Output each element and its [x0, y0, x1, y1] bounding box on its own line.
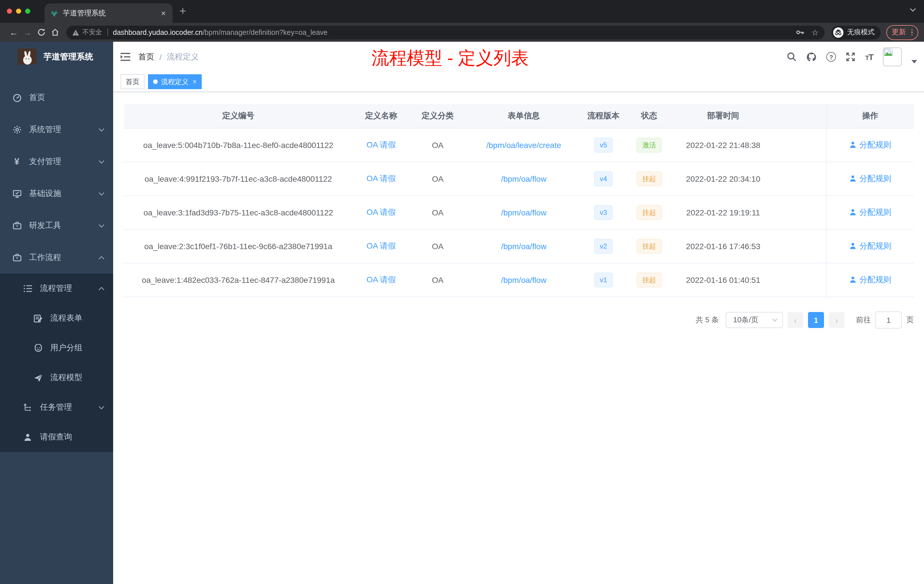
tab-search-chevron-icon[interactable]	[910, 8, 916, 12]
sidebar-item-dev-tools[interactable]: 研发工具	[0, 210, 113, 242]
definition-name-link[interactable]: OA 请假	[366, 275, 396, 284]
cell-id: oa_leave:1:482ec033-762a-11ec-8477-a2380…	[124, 263, 353, 297]
reload-button[interactable]	[34, 28, 48, 36]
definition-name-link[interactable]: OA 请假	[366, 140, 396, 149]
caret-down-icon[interactable]	[911, 60, 917, 63]
breadcrumb-home[interactable]: 首页	[138, 52, 154, 62]
sidebar-item-label: 支付管理	[29, 157, 61, 167]
status-badge: 挂起	[637, 205, 662, 220]
yen-icon: ¥	[12, 157, 22, 166]
assign-rule-button[interactable]: 分配规则	[849, 275, 891, 285]
status-badge: 挂起	[637, 172, 662, 186]
sidebar-item-task-mgmt[interactable]: 任务管理	[0, 393, 113, 422]
browser-update-button[interactable]: 更新	[886, 25, 918, 40]
table-row: oa_leave:1:482ec033-762a-11ec-8477-a2380…	[124, 263, 914, 297]
form-link[interactable]: /bpm/oa/flow	[501, 242, 546, 251]
tag-process-definition[interactable]: 流程定义 ×	[148, 74, 202, 89]
avatar[interactable]	[883, 48, 902, 66]
prev-page-button[interactable]: ‹	[787, 312, 804, 328]
status-badge: 挂起	[637, 272, 662, 287]
browser-tab-strip: 芋道管理系统 × +	[0, 0, 924, 23]
forward-button[interactable]: →	[21, 27, 34, 37]
sidebar-item-user-group[interactable]: 用户分组	[0, 333, 113, 363]
form-link[interactable]: /bpm/oa/flow	[501, 276, 546, 285]
assign-rule-button[interactable]: 分配规则	[849, 140, 891, 150]
sidebar-item-process-mgmt[interactable]: 流程管理	[0, 274, 113, 304]
tag-home[interactable]: 首页	[120, 74, 145, 89]
col-deploy-time: 部署时间	[673, 104, 773, 128]
sidebar-item-infrastructure[interactable]: 基础设施	[0, 178, 113, 210]
page-content: 定义编号 定义名称 定义分类 表单信息 流程版本 状态 部署时间 操作	[113, 92, 924, 328]
password-key-icon[interactable]	[796, 30, 805, 35]
tag-close-icon[interactable]: ×	[193, 78, 196, 86]
cell-deploy-time: 2022-01-16 01:40:51	[673, 263, 773, 297]
user-icon	[849, 243, 856, 250]
sidebar-item-process-model[interactable]: 流程模型	[0, 363, 113, 393]
sidebar-item-label: 首页	[29, 92, 45, 103]
page-size-select[interactable]: 10条/页	[726, 312, 783, 328]
cell-deploy-time: 2022-01-22 20:34:10	[673, 162, 773, 196]
col-definition-category: 定义分类	[410, 104, 466, 128]
help-icon[interactable]: ?	[826, 52, 836, 62]
back-button[interactable]: ←	[7, 27, 21, 37]
page-1-button[interactable]: 1	[808, 312, 824, 328]
form-edit-icon	[33, 314, 43, 323]
minimize-window-button[interactable]	[16, 8, 21, 14]
new-tab-button[interactable]: +	[180, 5, 186, 18]
form-link[interactable]: /bpm/oa/leave/create	[486, 140, 561, 150]
close-window-button[interactable]	[7, 8, 12, 14]
assign-rule-button[interactable]: 分配规则	[849, 208, 891, 218]
table-row: oa_leave:5:004b710b-7b8a-11ec-8ef0-acde4…	[124, 128, 914, 162]
sidebar-logo[interactable]: 芋道管理系统	[0, 42, 113, 71]
col-status: 状态	[625, 104, 673, 128]
header-actions: ? TT	[787, 42, 917, 72]
sidebar-item-system[interactable]: 系统管理	[0, 114, 113, 146]
security-label[interactable]: 不安全	[82, 28, 102, 36]
definition-name-link[interactable]: OA 请假	[366, 241, 396, 250]
page-unit-label: 页	[906, 315, 914, 325]
definition-name-link[interactable]: OA 请假	[366, 174, 396, 183]
form-link[interactable]: /bpm/oa/flow	[501, 174, 546, 183]
sidebar-item-home[interactable]: 首页	[0, 82, 113, 114]
search-icon[interactable]	[787, 52, 797, 62]
assign-rule-button[interactable]: 分配规则	[849, 174, 891, 184]
sidebar-item-label: 流程表单	[50, 313, 82, 323]
table-row: oa_leave:2:3c1f0ef1-76b1-11ec-9c66-a2380…	[124, 229, 914, 263]
sidebar-item-payment[interactable]: ¥ 支付管理	[0, 146, 113, 178]
incognito-label: 无痕模式	[847, 27, 874, 37]
zoom-window-button[interactable]	[25, 8, 30, 14]
update-label[interactable]: 更新	[892, 27, 906, 37]
address-bar[interactable]: 不安全 dashboard.yudao.iocoder.cn /bpm/mana…	[66, 25, 824, 39]
tags-view-bar: 首页 流程定义 ×	[113, 72, 924, 92]
browser-toolbar: ← → 不安全 dashboard.yudao.iocoder.cn /bpm/…	[0, 23, 924, 42]
tree-branch-icon	[23, 403, 33, 412]
main-panel: 首页 / 流程定义 流程模型 - 定义列表 ? TT	[113, 42, 924, 584]
app-title: 芋道管理系统	[43, 51, 93, 62]
bookmark-star-icon[interactable]: ☆	[812, 28, 818, 37]
sidebar-item-process-form[interactable]: 流程表单	[0, 304, 113, 333]
hamburger-icon[interactable]	[120, 53, 130, 61]
window-controls[interactable]	[7, 8, 30, 14]
tab-close-icon[interactable]: ×	[160, 9, 167, 17]
browser-tab[interactable]: 芋道管理系统 ×	[45, 3, 173, 23]
cell-deploy-time: 2022-01-22 19:19:11	[673, 196, 773, 229]
form-link[interactable]: /bpm/oa/flow	[501, 208, 546, 217]
assign-rule-button[interactable]: 分配规则	[849, 241, 891, 251]
screen: 芋道管理系统 × + ← → 不安全 dashboard.yudao.iocod…	[0, 0, 924, 584]
font-size-icon[interactable]: TT	[865, 52, 873, 62]
cell-category: OA	[410, 162, 466, 196]
github-icon[interactable]	[806, 52, 817, 62]
breadcrumb-current: 流程定义	[167, 52, 199, 62]
definition-name-link[interactable]: OA 请假	[366, 208, 396, 216]
home-button[interactable]	[48, 28, 62, 36]
version-badge: v1	[594, 272, 612, 287]
sidebar-item-leave-query[interactable]: 请假查询	[0, 422, 113, 452]
browser-menu-icon[interactable]	[911, 29, 912, 36]
sidebar-item-label: 系统管理	[29, 125, 61, 135]
sidebar-item-workflow[interactable]: 工作流程	[0, 242, 113, 274]
fullscreen-icon[interactable]	[846, 52, 855, 62]
goto-page-input[interactable]	[875, 312, 902, 328]
gear-icon	[12, 125, 22, 134]
version-badge: v4	[594, 172, 612, 186]
next-page-button[interactable]: ›	[828, 312, 845, 328]
